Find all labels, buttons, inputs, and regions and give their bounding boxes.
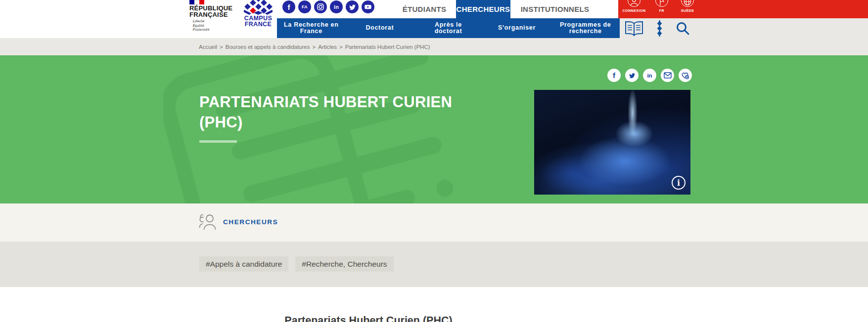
tag-recherche-chercheurs[interactable]: #Recherche, Chercheurs	[295, 256, 393, 272]
tab-etudiants[interactable]: ÉTUDIANTS	[399, 0, 450, 18]
globe-icon	[681, 0, 694, 7]
nav-item-s-organiser[interactable]: S'organiser	[483, 18, 551, 38]
campus-france-diamonds-icon	[244, 0, 273, 15]
breadcrumb-separator: >	[220, 44, 223, 50]
tag-appels-a-candidature[interactable]: #Appels à candidature	[199, 256, 288, 272]
facebook-icon[interactable]: f	[282, 0, 295, 13]
campus-france-logo[interactable]: CAMPUS FRANCE	[242, 0, 274, 30]
category-label[interactable]: CHERCHEURS	[223, 218, 278, 226]
connexion-button[interactable]: CONNEXION	[618, 0, 650, 18]
language-label: FR	[650, 9, 674, 12]
motto-egalite: Égalité	[192, 24, 209, 28]
language-flag-icon	[655, 0, 668, 7]
main-nav: La Recherche en France Doctorat Après le…	[277, 18, 620, 38]
researchers-people-icon	[198, 213, 217, 231]
image-info-icon[interactable]: i	[672, 176, 685, 190]
gov-motto: Liberté Égalité Fraternité	[192, 19, 209, 32]
motto-liberte: Liberté	[192, 19, 209, 24]
tab-institutionnels[interactable]: INSTITUTIONNELS	[515, 0, 594, 18]
motto-fraternite: Fraternité	[192, 28, 209, 32]
breadcrumb-separator: >	[313, 44, 316, 50]
share-linkedin-icon[interactable]: in	[643, 69, 656, 82]
article-heading: Partenariats Hubert Curien (PHC)	[178, 315, 559, 322]
resources-book-icon[interactable]	[624, 21, 644, 36]
utility-band: CONNEXION FR SUÈDE	[618, 0, 868, 18]
republique-francaise-logo: RÉPUBLIQUE FRANÇAISE Liberté Égalité Fra…	[172, 0, 236, 38]
nav-item-doctorat[interactable]: Doctorat	[346, 18, 414, 38]
linkedin-icon[interactable]: in	[330, 0, 343, 13]
page-title: PARTENARIATS HUBERT CURIEN (PHC)	[199, 92, 486, 132]
social-links-row: f FA in	[282, 0, 374, 13]
title-underline	[199, 140, 237, 143]
tags-row: #Appels à candidature #Recherche, Cherch…	[199, 256, 394, 272]
nav-tools	[620, 18, 868, 38]
tab-chercheurs[interactable]: CHERCHEURS	[456, 0, 510, 18]
campus-france-logo-text: CAMPUS FRANCE	[242, 15, 274, 27]
twitter-icon[interactable]	[346, 0, 359, 13]
nav-item-programmes-recherche[interactable]: Programmes de recherche	[551, 18, 620, 38]
french-flag-icon	[189, 0, 204, 4]
share-favorite-icon[interactable]	[679, 69, 692, 82]
breadcrumb-current-page: Partenariats Hubert Curien (PHC)	[345, 44, 430, 50]
user-icon	[628, 0, 640, 7]
breadcrumb-articles[interactable]: Articles	[318, 44, 337, 50]
breadcrumb-bourses[interactable]: Bourses et appels à candidatures	[226, 44, 310, 50]
steps-icon[interactable]	[656, 20, 663, 37]
article-hero-image: i	[534, 90, 690, 195]
instagram-icon[interactable]	[314, 0, 327, 13]
share-facebook-icon[interactable]: f	[607, 69, 621, 82]
country-label: SUÈDE	[674, 9, 701, 12]
language-button[interactable]: FR	[650, 0, 674, 18]
share-twitter-icon[interactable]	[625, 69, 639, 82]
youtube-icon[interactable]	[362, 0, 374, 13]
breadcrumb-accueil[interactable]: Accueil	[199, 44, 217, 50]
category-band: CHERCHEURS	[0, 203, 868, 242]
breadcrumb-separator: >	[339, 44, 343, 50]
search-icon[interactable]	[675, 21, 690, 36]
connexion-label: CONNEXION	[618, 9, 650, 12]
gov-logo-line2: FRANÇAISE	[189, 11, 232, 18]
tags-band: #Appels à candidature #Recherche, Cherch…	[0, 242, 868, 287]
brand-line2: FRANCE	[242, 21, 274, 27]
article-section: Partenariats Hubert Curien (PHC)	[0, 287, 868, 322]
gov-logo-text: RÉPUBLIQUE FRANÇAISE	[189, 5, 232, 18]
share-links-row: f in	[607, 69, 692, 82]
breadcrumb: Accueil > Bourses et appels à candidatur…	[199, 38, 430, 55]
hero-banner: f in PARTENARIATS HUBERT CURIEN (PHC) i	[0, 55, 868, 203]
breadcrumb-band: Accueil > Bourses et appels à candidatur…	[0, 38, 868, 55]
nav-item-recherche-en-france[interactable]: La Recherche en France	[277, 18, 346, 38]
country-site-button[interactable]: SUÈDE	[674, 0, 701, 18]
france-alumni-icon[interactable]: FA	[298, 0, 311, 13]
share-email-icon[interactable]	[661, 69, 674, 82]
nav-item-apres-doctorat[interactable]: Après le doctorat	[414, 18, 483, 38]
